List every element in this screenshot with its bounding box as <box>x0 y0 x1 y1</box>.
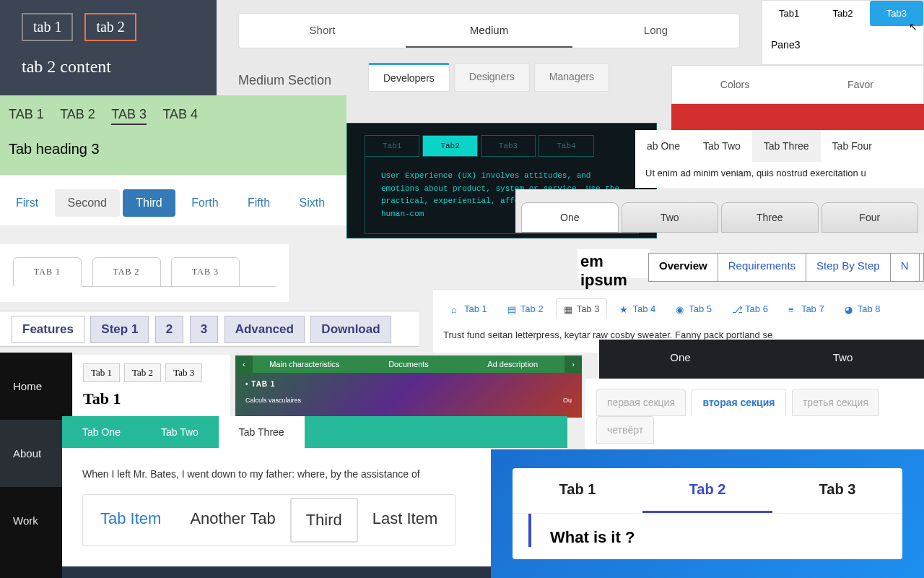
tab-download[interactable]: Download <box>310 316 391 343</box>
tab[interactable]: Tab4 <box>539 135 593 157</box>
tab[interactable]: ◉Tab 5 <box>668 298 720 319</box>
tab[interactable]: Four <box>821 202 919 233</box>
tab-requirements[interactable]: Requirements <box>718 254 806 281</box>
serif-rounded-tabs: TAB 1 TAB 2 TAB 3 <box>0 244 289 302</box>
tab[interactable]: Tab2 <box>422 135 477 157</box>
tab[interactable]: TAB 1 <box>9 107 44 124</box>
bars-icon: ≡ <box>788 304 798 314</box>
russian-tabs: первая секция вторая секция третья секци… <box>585 379 924 451</box>
tab[interactable]: TAB 2 <box>92 257 161 287</box>
tab[interactable]: Three <box>721 202 819 233</box>
tab-heading: Tab heading 3 <box>9 141 338 158</box>
tab-step2[interactable]: 2 <box>155 316 183 343</box>
tab[interactable]: Tab Two <box>692 130 752 162</box>
tab[interactable]: Forth <box>178 189 231 217</box>
wizard-tabs: Features Step 1 2 3 Advanced Download <box>0 311 419 347</box>
tab[interactable]: Ad description <box>461 355 565 373</box>
tab[interactable]: Tab One <box>62 416 141 448</box>
tab-favorite[interactable]: Favor <box>798 66 923 103</box>
tab[interactable]: Main characteristics <box>253 355 357 373</box>
tab-medium[interactable]: Medium <box>406 14 572 48</box>
tab-long[interactable]: Long <box>572 14 739 48</box>
tab[interactable]: First <box>3 189 51 217</box>
tab-content: When I left Mr. Bates, I went down to my… <box>82 468 547 480</box>
tab[interactable]: Sixth <box>287 189 339 217</box>
tab[interactable]: One <box>521 202 619 233</box>
tab-overview[interactable]: Overview <box>649 254 718 281</box>
tab-developers[interactable]: Developers <box>368 63 450 92</box>
paper-tabs: One Two Three Four <box>515 189 924 233</box>
tab[interactable]: tab 2 <box>84 13 136 41</box>
tab[interactable]: Tab Three <box>752 130 821 162</box>
tab[interactable]: Tab Four <box>821 130 884 162</box>
tab[interactable]: Documents <box>357 355 461 373</box>
tab-features[interactable]: Features <box>12 316 84 343</box>
tab[interactable]: Tab 2 <box>124 363 161 382</box>
dark-two-tabs: One Two <box>599 340 924 379</box>
tab[interactable]: TAB 4 <box>162 107 198 124</box>
tab-step1[interactable]: Step 1 <box>90 316 149 343</box>
tab-colors[interactable]: Colors <box>672 66 798 103</box>
pane-label: Pane3 <box>762 26 923 64</box>
tab[interactable]: четвёрт <box>596 416 654 444</box>
tab[interactable]: Second <box>55 189 120 217</box>
tab[interactable]: вторая секция <box>692 389 785 416</box>
tab[interactable]: ⎇Tab 6 <box>724 298 776 319</box>
tab-item[interactable]: Third <box>290 498 358 543</box>
tab[interactable]: Tab1 <box>365 135 419 157</box>
tab[interactable]: Two <box>762 340 924 379</box>
prev-arrow-icon[interactable]: ‹ <box>235 355 253 373</box>
tab[interactable]: Tab Two <box>141 416 219 448</box>
tab[interactable]: TAB 2 <box>60 107 95 124</box>
tab[interactable]: Tab2 <box>816 1 869 26</box>
cursor-icon: ↖ <box>909 21 918 33</box>
tab[interactable]: Tab 3 <box>165 363 202 382</box>
next-arrow-icon[interactable]: › <box>565 355 582 373</box>
tab[interactable]: первая секция <box>596 389 686 416</box>
tab[interactable]: ab One <box>635 130 692 162</box>
star-icon: ★ <box>619 304 629 314</box>
tab-heading: Tab 1 <box>83 389 220 408</box>
tab[interactable]: ★Tab 4 <box>611 298 663 319</box>
tab[interactable]: Tab Three <box>219 416 305 448</box>
tab[interactable]: Third <box>123 189 175 217</box>
tab[interactable]: Tab 3 <box>772 468 902 513</box>
tab[interactable]: TAB 3 <box>171 257 240 287</box>
tab-short[interactable]: Short <box>239 14 406 48</box>
tab[interactable]: TAB 1 <box>13 257 82 287</box>
tab[interactable]: третья секция <box>792 389 879 416</box>
sub-label: Ou <box>563 397 572 404</box>
tab-step3[interactable]: 3 <box>190 316 218 343</box>
tab-content: Ut enim ad minim veniam, quis nostrud ex… <box>635 162 924 184</box>
tab[interactable]: tab 1 <box>22 13 73 41</box>
tab[interactable]: ⌂Tab 1 <box>443 298 495 319</box>
section-heading: What is it ? <box>528 514 902 547</box>
tab[interactable]: Tab 1 <box>513 468 642 513</box>
tab[interactable]: Tab 1 <box>83 363 120 382</box>
tab-item[interactable]: Another Tab <box>175 498 289 543</box>
tab[interactable]: ▤Tab 2 <box>500 298 552 319</box>
tab-stepbystep[interactable]: Step By Step <box>806 254 891 281</box>
tab[interactable]: Tab 2 <box>642 468 772 513</box>
nav-work[interactable]: Work <box>0 487 72 554</box>
tab-managers[interactable]: Managers <box>534 63 609 92</box>
nav-about[interactable]: About <box>0 420 72 487</box>
tab[interactable]: ◕Tab 8 <box>837 298 889 319</box>
tab[interactable]: Two <box>622 202 719 233</box>
tab[interactable]: N <box>891 254 920 281</box>
tab[interactable]: Fifth <box>235 189 283 217</box>
list-icon: ▤ <box>507 304 517 314</box>
tab-designers[interactable]: Designers <box>454 63 530 92</box>
tab[interactable]: TAB 3 <box>111 107 147 125</box>
tab[interactable]: Tab1 <box>762 1 816 26</box>
nav-home[interactable]: Home <box>0 353 72 420</box>
tab-item[interactable]: Tab Item <box>86 498 175 543</box>
tab-advanced[interactable]: Advanced <box>225 316 305 343</box>
tab[interactable]: ▦Tab 3 <box>556 298 608 319</box>
tab[interactable]: One <box>599 340 762 379</box>
section-label: Medium Section <box>238 63 368 88</box>
tab-item[interactable]: Last Item <box>358 498 452 543</box>
tab[interactable]: ≡Tab 7 <box>780 298 832 319</box>
dashboard-icon: ◕ <box>845 304 854 314</box>
tab[interactable]: Tab3 <box>481 135 536 157</box>
